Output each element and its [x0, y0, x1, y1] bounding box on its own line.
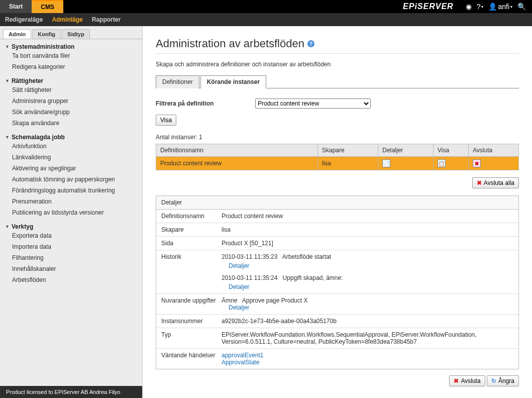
nav-item[interactable]: Prenumeration [12, 196, 137, 207]
chevron-down-icon: ▼ [5, 135, 10, 140]
label-history: Historik [161, 253, 222, 290]
main-content: Administration av arbetsflöden ? Skapa o… [143, 26, 532, 398]
details-icon[interactable]: 📄 [382, 159, 390, 167]
nav-item[interactable]: Ta bort oanvända filer [12, 50, 137, 61]
mode-edit[interactable]: Redigeraläge [5, 16, 43, 23]
nav-item[interactable]: Exportera data [12, 230, 137, 241]
chevron-down-icon: ▼ [5, 78, 10, 83]
col-end: Avsluta [469, 144, 519, 157]
hist-details-link[interactable]: Detaljer [229, 283, 249, 290]
nav-head-jobs[interactable]: ▼Schemalagda jobb [5, 134, 137, 141]
instances-table: Definitionsnamn Skapare Detaljer Visa Av… [156, 144, 519, 170]
mode-bar: Redigeraläge Adminläge Rapporter [0, 13, 532, 26]
end-button[interactable]: ✖Avsluta [449, 375, 485, 386]
label-waiting: Väntande händelser [161, 352, 222, 366]
tab-cms[interactable]: CMS [32, 0, 63, 13]
nav-item[interactable]: Sök användare/grupp [12, 107, 137, 118]
value-type: EPiServer.WorkflowFoundation.Workflows.S… [222, 331, 513, 345]
value-creator: lisa [222, 226, 513, 233]
col-show: Visa [434, 144, 469, 157]
hist-time: 2010-03-11 11:35:24 [222, 274, 277, 281]
nav-item[interactable]: Filhantering [12, 252, 137, 263]
filter-label: Filtrera på definition [156, 100, 246, 107]
sidebar: Admin Konfig Sidtyp ▼Systemadministratio… [0, 26, 143, 398]
content-tabs: Definitioner Körande instanser [156, 75, 519, 88]
close-icon: ✖ [477, 179, 482, 186]
instance-count: Antal instanser: 1 [156, 134, 519, 141]
hist-text: Arbetsflöde startat [282, 253, 331, 260]
page-description: Skapa och administrera definitioner och … [156, 61, 519, 68]
hist-text: Uppgift skapad, ämne: [282, 274, 343, 281]
tab-running-instances[interactable]: Körande instanser [200, 75, 266, 88]
cur-details-link[interactable]: Detaljer [229, 304, 249, 311]
chevron-down-icon: ▼ [5, 224, 10, 229]
nav-item[interactable]: Importera data [12, 241, 137, 252]
wait-link[interactable]: ApprovalState [222, 359, 259, 366]
nav-item[interactable]: Aktivering av speglingar [12, 163, 137, 174]
nav-item[interactable]: Administrera grupper [12, 95, 137, 107]
admin-tab-config[interactable]: Konfig [32, 29, 61, 39]
hist-details-link[interactable]: Detaljer [229, 262, 249, 269]
nav-item[interactable]: Redigera kategorier [12, 61, 137, 72]
mode-reports[interactable]: Rapporter [92, 16, 121, 23]
admin-tab-admin[interactable]: Admin [3, 29, 31, 39]
search-icon[interactable]: 🔍 [517, 3, 526, 11]
close-icon: ✖ [454, 377, 459, 384]
label-name: Definitionsnamn [161, 213, 222, 220]
nav-head-rights[interactable]: ▼Rättigheter [5, 77, 137, 84]
admin-tab-pagetype[interactable]: Sidtyp [62, 29, 90, 39]
nav-item[interactable]: Sätt rättigheter [12, 84, 137, 95]
nav-head-tools[interactable]: ▼Verktyg [5, 223, 137, 230]
cell-creator: lisa [318, 157, 378, 170]
value-name: Product content review [222, 213, 513, 220]
nav-item[interactable]: Publicering av tidsstyrda versioner [12, 207, 137, 218]
logo: EPiSERVER [397, 0, 460, 13]
help-icon[interactable]: ? [307, 40, 314, 47]
top-right-toolbar: ◉ ?▾ 👤 anfi ▾ 🔍 [460, 0, 532, 13]
nav-item[interactable]: Arbetsflöden [12, 274, 137, 285]
tab-definitions[interactable]: Definitioner [156, 75, 199, 88]
table-row[interactable]: Product content review lisa 📄 📋 ✖ [156, 157, 519, 170]
page-title: Administration av arbetsflöden [156, 37, 304, 50]
preview-icon[interactable]: ◉ [466, 3, 472, 11]
nav-item[interactable]: Förändringslogg automatisk trunkering [12, 185, 137, 196]
label-type: Typ [161, 331, 222, 345]
undo-button[interactable]: ↻Ångra [487, 375, 519, 386]
nav-item[interactable]: Skapa användare [12, 118, 137, 129]
label-page: Sida [161, 240, 222, 247]
nav-item[interactable]: Länkvalidering [12, 152, 137, 163]
top-nav-tabs: Start CMS [0, 0, 63, 13]
cur-subject-label: Ämne [222, 297, 237, 304]
nav-item[interactable]: Arkivfunktion [12, 141, 137, 152]
nav-item[interactable]: Automatisk tömning av papperskorgen [12, 174, 137, 185]
user-menu[interactable]: 👤 anfi ▾ [488, 3, 512, 11]
mode-admin[interactable]: Adminläge [52, 16, 82, 23]
label-instance: Instansnummer [161, 318, 222, 325]
chevron-down-icon: ▼ [5, 44, 10, 49]
value-instance: a9292b2c-1e73-4b5e-aabe-00a43a05170b [222, 318, 513, 325]
details-head: Detaljer [156, 196, 518, 210]
help-icon[interactable]: ?▾ [477, 3, 484, 11]
hist-time: 2010-03-11 11:35:23 [222, 253, 277, 260]
label-current: Nuvarande uppgifter [161, 297, 222, 311]
show-icon[interactable]: 📋 [438, 159, 446, 167]
col-creator: Skapare [318, 144, 378, 157]
cur-text: Approve page Product X [242, 297, 308, 304]
admin-tab-strip: Admin Konfig Sidtyp [0, 26, 142, 39]
refresh-icon: ↻ [491, 377, 496, 384]
col-name: Definitionsnamn [156, 144, 318, 157]
label-creator: Skapare [161, 226, 222, 233]
col-details: Detaljer [378, 144, 434, 157]
nav-head-sysadmin[interactable]: ▼Systemadministration [5, 43, 137, 50]
cell-name: Product content review [156, 157, 318, 170]
delete-icon[interactable]: ✖ [473, 159, 481, 167]
show-button[interactable]: Visa [156, 115, 176, 126]
top-bar: Start CMS EPiSERVER ◉ ?▾ 👤 anfi ▾ 🔍 [0, 0, 532, 13]
details-panel: Detaljer DefinitionsnamnProduct content … [156, 195, 519, 369]
end-all-button[interactable]: ✖Avsluta alla [472, 177, 519, 188]
tab-start[interactable]: Start [0, 0, 32, 13]
nav-item[interactable]: Innehållskanaler [12, 263, 137, 274]
license-footer: Product licensed to EPiServer AB Andrea … [0, 386, 142, 398]
wait-link[interactable]: approvalEvent1 [222, 352, 263, 359]
filter-definition-select[interactable]: Product content review [255, 98, 371, 109]
